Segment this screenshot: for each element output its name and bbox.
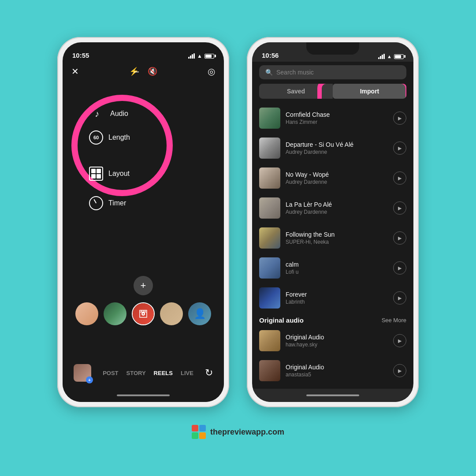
settings-icon[interactable]: ◎ — [208, 66, 215, 77]
music-info-5: Following the Sun SUPER-Hi, Neeka — [286, 231, 388, 245]
layout-icon — [89, 167, 103, 181]
thumb-reels-active[interactable] — [132, 302, 155, 325]
nav-tabs: POST STORY REELS LIVE — [103, 370, 193, 376]
track-artist-5: SUPER-Hi, Neeka — [286, 239, 388, 245]
orig-track-2[interactable]: Original Audio anastasia5 ▶ — [252, 356, 413, 386]
orig-play-btn-2[interactable]: ▶ — [393, 364, 406, 377]
audio-label: Audio — [110, 110, 128, 118]
thumb-1[interactable] — [75, 302, 98, 325]
orig-play-btn-1[interactable]: ▶ — [393, 334, 406, 347]
track-title-5: Following the Sun — [286, 231, 388, 238]
camera-menu: ♪ Audio 60 Length Layo — [89, 106, 130, 210]
orig-artist-2: anastasia5 — [286, 372, 388, 378]
search-icon: 🔍 — [265, 69, 273, 76]
notch-1 — [117, 42, 170, 55]
phone-2: 10:56 ▲ 🔍 — [247, 37, 419, 407]
orig-artist-1: haw.haye.sky — [286, 342, 388, 348]
bottom-nav: + POST STORY REELS LIVE ↻ — [63, 357, 224, 389]
signal-icon — [188, 53, 195, 59]
tab-post[interactable]: POST — [103, 370, 118, 376]
nav-badge: + — [86, 376, 93, 383]
timer-icon — [89, 196, 103, 210]
thumbnail-row: 👤 — [63, 302, 224, 325]
thumb-3[interactable] — [160, 302, 183, 325]
time-2: 10:56 — [262, 52, 279, 59]
tab-import[interactable]: Import — [333, 84, 406, 99]
album-art-orig1 — [259, 330, 280, 351]
music-list: Cornfield Chase Hans Zimmer ▶ Departure … — [252, 103, 413, 389]
layout-label: Layout — [108, 170, 130, 178]
music-info-3: No Way - Wopé Audrey Dardenne — [286, 171, 388, 185]
music-info-1: Cornfield Chase Hans Zimmer — [286, 111, 388, 125]
length-icon: 60 — [89, 130, 103, 145]
original-audio-section: Original audio See More — [252, 313, 413, 326]
track-5[interactable]: Following the Sun SUPER-Hi, Neeka ▶ — [252, 223, 413, 253]
length-menu-item[interactable]: 60 Length — [89, 130, 130, 145]
track-artist-6: Lofi u — [286, 269, 388, 275]
track-title-1: Cornfield Chase — [286, 111, 388, 118]
track-artist-3: Audrey Dardenne — [286, 179, 388, 185]
play-btn-5[interactable]: ▶ — [393, 231, 406, 245]
home-indicator-2 — [252, 389, 413, 402]
flash-off-icon[interactable]: ⚡̶ — [129, 67, 139, 76]
track-2[interactable]: Departure - Si Ou Vé Alé Audrey Dardenne… — [252, 133, 413, 163]
nav-thumbnail[interactable]: + — [74, 364, 91, 382]
timer-menu-item[interactable]: Timer — [89, 196, 130, 210]
section-title: Original audio — [259, 316, 304, 324]
brand-url: thepreviewapp.com — [210, 428, 284, 437]
album-art-cornfield — [259, 108, 280, 129]
layout-menu-item[interactable]: Layout — [89, 167, 130, 181]
play-btn-4[interactable]: ▶ — [393, 201, 406, 215]
track-artist-7: Labrinth — [286, 299, 388, 305]
track-title-6: calm — [286, 261, 388, 268]
play-btn-1[interactable]: ▶ — [393, 112, 406, 125]
thumb-2[interactable] — [104, 302, 126, 325]
music-screen: 🔍 Search music Saved Import C — [252, 62, 413, 389]
album-art-sun — [259, 227, 280, 249]
status-icons-2: ▲ — [378, 54, 404, 59]
signal-icon-2 — [378, 54, 385, 59]
svg-point-1 — [143, 313, 144, 315]
tab-saved[interactable]: Saved — [259, 84, 333, 99]
music-info-4: La Pa Lèr Po Alé Audrey Dardenne — [286, 201, 388, 215]
album-art-noway — [259, 167, 280, 189]
play-btn-2[interactable]: ▶ — [393, 141, 406, 155]
tab-live[interactable]: LIVE — [181, 370, 193, 376]
album-art-orig2 — [259, 360, 280, 381]
tab-reels[interactable]: REELS — [154, 370, 173, 376]
length-label: Length — [108, 134, 130, 141]
time-1: 10:55 — [72, 52, 89, 59]
audio-off-icon[interactable]: 🔇 — [148, 67, 157, 76]
audio-icon: ♪ — [89, 106, 105, 122]
album-art-calm — [259, 257, 280, 279]
track-title-2: Departure - Si Ou Vé Alé — [286, 141, 388, 148]
orig-info-1: Original Audio haw.haye.sky — [286, 334, 388, 348]
track-7[interactable]: Forever Labrinth ▶ — [252, 283, 413, 313]
orig-title-1: Original Audio — [286, 334, 388, 341]
album-art-departure — [259, 138, 280, 159]
add-button[interactable]: + — [134, 276, 153, 295]
thumb-4[interactable]: 👤 — [188, 302, 211, 325]
audio-menu-item[interactable]: ♪ Audio — [89, 106, 130, 122]
track-3[interactable]: No Way - Wopé Audrey Dardenne ▶ — [252, 163, 413, 193]
see-more-button[interactable]: See More — [382, 317, 406, 324]
orig-track-1[interactable]: Original Audio haw.haye.sky ▶ — [252, 326, 413, 356]
flip-camera-icon[interactable]: ↻ — [205, 367, 213, 379]
branding-section: thepreviewapp.com — [192, 425, 284, 439]
music-tabs-row: Saved Import — [259, 84, 406, 99]
close-icon[interactable]: ✕ — [71, 66, 79, 77]
track-4[interactable]: La Pa Lèr Po Alé Audrey Dardenne ▶ — [252, 193, 413, 223]
play-btn-3[interactable]: ▶ — [393, 171, 406, 185]
battery-icon — [205, 54, 214, 59]
track-artist-1: Hans Zimmer — [286, 119, 388, 125]
album-art-lapaler — [259, 197, 280, 219]
camera-area: ✕ ⚡̶ 🔇 ◎ ♪ Audio 60 — [63, 62, 224, 357]
search-bar[interactable]: 🔍 Search music — [259, 65, 406, 79]
play-btn-6[interactable]: ▶ — [393, 261, 406, 275]
play-btn-7[interactable]: ▶ — [393, 291, 406, 305]
tab-story[interactable]: STORY — [126, 370, 146, 376]
track-1[interactable]: Cornfield Chase Hans Zimmer ▶ — [252, 103, 413, 133]
home-indicator-1 — [63, 389, 224, 402]
music-info-6: calm Lofi u — [286, 261, 388, 275]
track-6[interactable]: calm Lofi u ▶ — [252, 253, 413, 283]
